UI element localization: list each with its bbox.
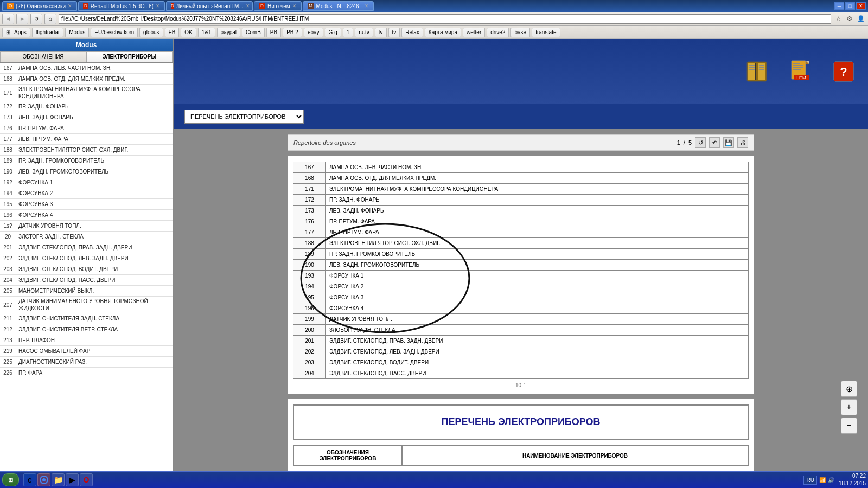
tab-niochem[interactable]: D Ни о чём ✕ (254, 1, 302, 11)
tab-close-r1[interactable]: ✕ (156, 3, 160, 9)
zoom-out-button[interactable]: − (841, 418, 857, 434)
tab-odnoklassniki[interactable]: O (28) Одноклассники ✕ (2, 1, 77, 11)
sidebar-list-item[interactable]: 207 ДАТЧИК МИНИМАЛЬНОГО УРОВНЯ ТОРМОЗНОЙ… (0, 297, 173, 313)
start-button[interactable]: ⊞ (2, 473, 19, 486)
sidebar-list-item[interactable]: 211 ЭЛДВИГ. ОЧИСТИТЕЛЯ ЗАДН. СТЕКЛА (0, 313, 173, 324)
bookmark-globus[interactable]: globus (139, 28, 163, 37)
sidebar-list-item[interactable]: 168 ЛАМПА ОСВ. ОТД. ДЛЯ МЕЛКИХ ПРЕДМ. (0, 74, 173, 85)
taskbar-chrome[interactable] (37, 473, 50, 486)
sidebar-list-item[interactable]: 176 ПР. ПРТУМ. ФАРА (0, 123, 173, 134)
sidebar-nav-oboznacheniya[interactable]: ОБОЗНАЧЕНИЯ (0, 51, 86, 62)
document-viewer[interactable]: Repertoire des organes 1 / 5 ↺ ↶ 💾 🖨 167… (174, 129, 868, 471)
bookmark-flightradar[interactable]: flightradar (32, 28, 63, 37)
url-input[interactable] (59, 14, 831, 24)
sidebar-item-text: ФОРСУНКА 4 (16, 210, 55, 220)
sidebar-list-item[interactable]: 205 МАНОМЕТРИЧЕСКИЙ ВЫКЛ. (0, 286, 173, 297)
user-icon[interactable]: 👤 (856, 14, 866, 24)
bookmark-rutv[interactable]: ru.tv (355, 28, 373, 37)
sidebar-list-item[interactable]: 173 ЛЕВ. ЗАДН. ФОНАРЬ (0, 112, 173, 123)
sidebar-list-item[interactable]: 212 ЭЛДВИГ. ОЧИСТИТЕЛЯ ВЕТР. СТЕКЛА (0, 324, 173, 335)
minimize-button[interactable]: ─ (834, 2, 844, 10)
sidebar-item-num: 207 (0, 301, 16, 309)
bookmark-modus[interactable]: Modus (65, 28, 89, 37)
tab-renault1[interactable]: D Renault Modus 1.5 dCi. 8( ✕ (78, 1, 165, 11)
bookmark-translate[interactable]: translate (532, 28, 560, 37)
sidebar-item-text: ЭЛДВИГ. ОЧИСТИТЕЛЯ ВЕТР. СТЕКЛА (16, 325, 120, 334)
prev-page-button[interactable]: ↶ (709, 137, 720, 148)
taskbar-opera[interactable]: O (80, 473, 93, 486)
sidebar-list-item[interactable]: 204 ЭЛДВИГ. СТЕКЛОПОД. ПАСС. ДВЕРИ (0, 275, 173, 286)
bookmark-wetter[interactable]: wetter (463, 28, 485, 37)
sidebar-list-item[interactable]: 226 ПР. ФАРА (0, 368, 173, 378)
sidebar-item-text: ДАТЧИК УРОВНЯ ТОПЛ. (16, 221, 84, 230)
tab-modus[interactable]: M Modus - N.T.8246 - ✕ (303, 1, 374, 11)
tab-close-n[interactable]: ✕ (292, 3, 297, 9)
sidebar-list-item[interactable]: 203 ЭЛДВИГ. СТЕКЛОПОД. ВОДИТ. ДВЕРИ (0, 264, 173, 275)
home-button[interactable]: ⌂ (44, 14, 56, 24)
refresh-doc-button[interactable]: ↺ (695, 137, 706, 148)
back-button[interactable]: ◄ (2, 14, 14, 24)
bookmark-tv1[interactable]: tv (375, 28, 387, 37)
sidebar-item-num: 172 (0, 102, 16, 111)
print-doc-button[interactable]: 🖨 (737, 137, 748, 148)
zoom-fit-button[interactable]: ⊕ (841, 381, 857, 397)
bookmark-relax[interactable]: Relax (401, 28, 423, 37)
zoom-in-button[interactable]: + (841, 399, 857, 415)
taskbar-explorer[interactable]: 📁 (52, 473, 65, 486)
close-button[interactable]: ✕ (856, 2, 866, 10)
sidebar-list-item[interactable]: 190 ЛЕВ. ЗАДН. ГРОМКОГОВОРИТЕЛЬ (0, 166, 173, 177)
sidebar-list-item[interactable]: 177 ЛЕВ. ПРТУМ. ФАРА (0, 134, 173, 145)
sidebar-nav-electropribory[interactable]: ЭЛЕКТРОПРИБОРЫ (86, 51, 173, 62)
bookmark-drive2[interactable]: drive2 (487, 28, 509, 37)
bookmark-base[interactable]: base (510, 28, 530, 37)
bookmark-pb[interactable]: PB (266, 28, 281, 37)
sidebar-list-item[interactable]: 167 ЛАМПА ОСВ. ЛЕВ. ЧАСТИ НОМ. ЗН. (0, 63, 173, 74)
bookmark-ok[interactable]: OK (181, 28, 196, 37)
save-doc-button[interactable]: 💾 (723, 137, 734, 148)
book-icon-button[interactable] (743, 58, 770, 85)
tab-close-m[interactable]: ✕ (365, 3, 369, 9)
tab-close-ok[interactable]: ✕ (68, 3, 72, 9)
sidebar-list-item[interactable]: 20 ЗЛСТОГР. ЗАДН. СТЕКЛА (0, 232, 173, 242)
bookmark-1[interactable]: 1 (343, 28, 354, 37)
bookmark-google[interactable]: G g (325, 28, 341, 37)
bookmark-eu[interactable]: EU/beschw-kom (91, 28, 138, 37)
sidebar-list-item[interactable]: 171 ЭЛЕКТРОМАГНИТНАЯ МУФТА КОМПРЕССОРА К… (0, 85, 173, 101)
sidebar-list-item[interactable]: 225 ДИАГНОСТИЧЕСКИЙ РАЗ. (0, 357, 173, 368)
bookmark-tv2[interactable]: tv (388, 28, 400, 37)
sidebar-list-item[interactable]: 188 ЭЛЕКТРОВЕНТИЛЯТОР СИСТ. ОХЛ. ДВИГ. (0, 145, 173, 156)
sidebar-list-item[interactable]: 202 ЭЛДВИГ. СТЕКЛОПОД. ЛЕВ. ЗАДН. ДВЕРИ (0, 253, 173, 264)
help-icon-button[interactable]: ? (830, 58, 857, 85)
document-icon-button[interactable]: HTM (787, 58, 814, 85)
bookmark-fb[interactable]: FB (165, 28, 180, 37)
sidebar-list-item[interactable]: 213 ПЕР. ПЛАФОН (0, 335, 173, 346)
tab-renault2[interactable]: D Личный опыт › Renault M... ✕ (166, 1, 253, 11)
sidebar-list-item[interactable]: 201 ЭЛДВИГ. СТЕКЛОПОД. ПРАВ. ЗАДН. ДВЕРИ (0, 242, 173, 253)
settings-icon[interactable]: ⚙ (845, 14, 854, 24)
maximize-button[interactable]: □ (845, 2, 855, 10)
tab-close-r2[interactable]: ✕ (246, 3, 250, 9)
sidebar-list-item[interactable]: 192 ФОРСУНКА 1 (0, 177, 173, 188)
sidebar-list-item[interactable]: 194 ФОРСУНКА 2 (0, 188, 173, 199)
taskbar-ie[interactable]: e (23, 473, 36, 486)
taskbar-media[interactable]: ▶ (66, 473, 79, 486)
bookmark-kartamira[interactable]: Карта мира (425, 28, 461, 37)
table-cell-text: ЛАМПА ОСВ. ОТД. ДЛЯ МЕЛКИХ ПРЕДМ. (326, 173, 749, 184)
bookmark-ebay[interactable]: ebay (304, 28, 323, 37)
bookmark-pb2[interactable]: PB 2 (283, 28, 302, 37)
sidebar-list-item[interactable]: 172 ПР. ЗАДН. ФОНАРЬ (0, 101, 173, 112)
sidebar-list-item[interactable]: 196 ФОРСУНКА 4 (0, 210, 173, 221)
bookmark-paypal[interactable]: paypal (217, 28, 240, 37)
forward-button[interactable]: ► (16, 14, 28, 24)
document-dropdown[interactable]: ПЕРЕЧЕНЬ ЭЛЕКТРОПРИБОРОВ (184, 110, 304, 124)
tab-icon-m: M (308, 3, 314, 9)
bookmark-comb[interactable]: ComB (242, 28, 265, 37)
sidebar-list-item[interactable]: 195 ФОРСУНКА 3 (0, 199, 173, 210)
sidebar-list-item[interactable]: 1s? ДАТЧИК УРОВНЯ ТОПЛ. (0, 221, 173, 232)
sidebar-list-item[interactable]: 189 ПР. ЗАДН. ГРОМКОГОВОРИТЕЛЬ (0, 156, 173, 166)
bookmark-1and1[interactable]: 1&1 (198, 28, 215, 37)
bookmark-star-icon[interactable]: ☆ (833, 14, 843, 24)
refresh-button[interactable]: ↺ (30, 14, 42, 24)
bookmark-apps[interactable]: ⊞ Apps (2, 28, 30, 37)
sidebar-list-item[interactable]: 219 НАСОС ОМЫВАТЕЛЕЙ ФАР (0, 346, 173, 357)
